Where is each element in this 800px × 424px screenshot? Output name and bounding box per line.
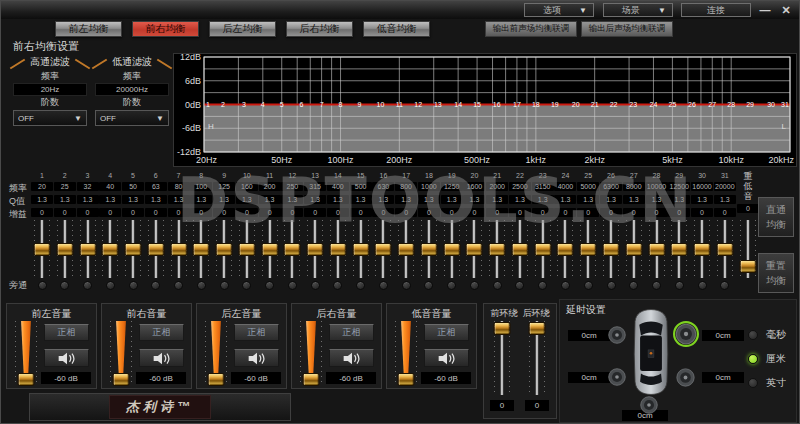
band-point-19[interactable]: 19 [551, 101, 559, 108]
band-gain-value[interactable]: 0 [145, 208, 167, 217]
band-gain-slider[interactable] [556, 220, 574, 278]
band-q-value[interactable]: 1.3 [532, 195, 554, 204]
rear-surround-value[interactable]: 0 [525, 400, 549, 411]
bypass-radio[interactable] [197, 281, 206, 290]
band-gain-slider[interactable] [170, 220, 188, 278]
band-point-11[interactable]: 11 [396, 101, 403, 108]
band-gain-slider[interactable] [579, 220, 597, 278]
bypass-radio[interactable] [242, 281, 251, 290]
band-gain-slider[interactable] [33, 220, 51, 278]
band-gain-slider[interactable] [534, 220, 552, 278]
connect-button[interactable]: 连接 [681, 3, 751, 17]
band-gain-value[interactable]: 0 [418, 208, 440, 217]
bypass-radio[interactable] [424, 281, 433, 290]
slider-handle[interactable] [261, 243, 278, 256]
band-point-9[interactable]: 9 [358, 101, 362, 108]
bypass-radio[interactable] [60, 281, 69, 290]
band-gain-slider[interactable] [488, 220, 506, 278]
bypass-radio[interactable] [356, 281, 365, 290]
slider-handle[interactable] [443, 243, 460, 256]
volume-slider[interactable] [204, 321, 228, 385]
band-gain-slider[interactable] [261, 220, 279, 278]
slider-handle[interactable] [125, 243, 142, 256]
band-freq-value[interactable]: 315 [304, 182, 326, 191]
bypass-radio[interactable] [379, 281, 388, 290]
band-q-value[interactable]: 1.3 [372, 195, 394, 204]
mute-button[interactable] [424, 349, 469, 367]
slider-handle[interactable] [529, 322, 546, 335]
band-gain-slider[interactable] [238, 220, 256, 278]
slider-handle[interactable] [534, 243, 551, 256]
slider-handle[interactable] [307, 243, 324, 256]
front-stage-link-button[interactable]: 输出前声场均衡联调 [485, 21, 577, 37]
band-point-13[interactable]: 13 [434, 101, 442, 108]
slider-handle[interactable] [557, 243, 574, 256]
slider-handle[interactable] [398, 243, 415, 256]
band-gain-slider[interactable] [602, 220, 620, 278]
band-gain-value[interactable]: 0 [236, 208, 258, 217]
band-gain-slider[interactable] [56, 220, 74, 278]
slider-handle[interactable] [580, 243, 597, 256]
band-point-16[interactable]: 16 [493, 101, 501, 108]
band-point-15[interactable]: 15 [473, 101, 481, 108]
band-point-12[interactable]: 12 [414, 101, 422, 108]
tab-5[interactable]: 低音均衡 [363, 21, 430, 37]
slider-handle[interactable] [56, 243, 73, 256]
band-gain-slider[interactable] [670, 220, 688, 278]
volume-slider[interactable] [299, 321, 323, 385]
bypass-radio[interactable] [447, 281, 456, 290]
band-gain-value[interactable]: 0 [486, 208, 508, 217]
eq-reset-button[interactable]: 重置均衡 [758, 253, 794, 293]
band-q-value[interactable]: 1.3 [190, 195, 212, 204]
band-point-24[interactable]: 24 [650, 101, 658, 108]
tab-2[interactable]: 前右均衡 [132, 21, 199, 37]
band-point-29[interactable]: 29 [746, 101, 754, 108]
band-gain-value[interactable]: 0 [31, 208, 53, 217]
band-gain-value[interactable]: 0 [213, 208, 235, 217]
band-gain-slider[interactable] [101, 220, 119, 278]
band-freq-value[interactable]: 32 [77, 182, 99, 191]
bypass-radio[interactable] [470, 281, 479, 290]
unit-option-1[interactable]: 毫秒 [748, 328, 786, 342]
band-point-10[interactable]: 10 [377, 101, 385, 108]
lowpass-order-select[interactable]: OFF ▼ [95, 110, 169, 126]
options-menu-button[interactable]: 选项 ▼ [524, 3, 594, 17]
band-q-value[interactable]: 1.3 [259, 195, 281, 204]
volume-slider[interactable] [394, 321, 418, 385]
band-q-value[interactable]: 1.3 [577, 195, 599, 204]
slider-handle[interactable] [603, 243, 620, 256]
band-gain-value[interactable]: 0 [577, 208, 599, 217]
band-point-14[interactable]: 14 [454, 101, 462, 108]
band-gain-slider[interactable] [374, 220, 392, 278]
band-q-value[interactable]: 1.3 [168, 195, 190, 204]
bypass-radio[interactable] [174, 281, 183, 290]
band-gain-value[interactable]: 0 [646, 208, 668, 217]
band-freq-value[interactable]: 630 [372, 182, 394, 191]
band-point-20[interactable]: 20 [572, 101, 580, 108]
band-gain-slider[interactable] [283, 220, 301, 278]
subwoofer-speaker[interactable] [638, 394, 660, 416]
band-q-value[interactable]: 1.3 [54, 195, 76, 204]
band-point-22[interactable]: 22 [610, 101, 618, 108]
unit-radio[interactable] [748, 378, 758, 388]
band-freq-value[interactable]: 2000 [486, 182, 508, 191]
band-gain-slider[interactable] [465, 220, 483, 278]
bypass-radio[interactable] [402, 281, 411, 290]
band-gain-value[interactable]: 0 [168, 208, 190, 217]
lowpass-marker[interactable]: L [782, 122, 787, 131]
band-q-value[interactable]: 1.3 [691, 195, 713, 204]
band-q-value[interactable]: 1.3 [646, 195, 668, 204]
rear-left-speaker[interactable] [606, 366, 628, 388]
band-freq-value[interactable]: 800 [395, 182, 417, 191]
mute-button[interactable] [234, 349, 279, 367]
band-freq-value[interactable]: 50 [122, 182, 144, 191]
band-point-30[interactable]: 30 [767, 101, 775, 108]
band-freq-value[interactable]: 20000 [714, 182, 736, 191]
slider-handle[interactable] [671, 243, 688, 256]
band-q-value[interactable]: 1.3 [99, 195, 121, 204]
bypass-radio[interactable] [493, 281, 502, 290]
tab-1[interactable]: 前左均衡 [55, 21, 122, 37]
band-gain-value[interactable]: 0 [281, 208, 303, 217]
band-q-value[interactable]: 1.3 [509, 195, 531, 204]
bypass-radio[interactable] [83, 281, 92, 290]
